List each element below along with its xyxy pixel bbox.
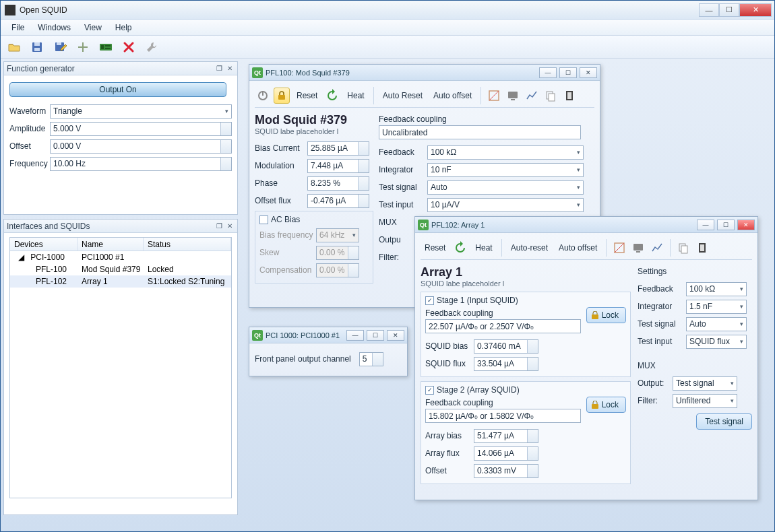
- s1-bias-spin[interactable]: 0.37460 mA: [474, 339, 538, 354]
- reset-button[interactable]: Reset: [292, 88, 321, 103]
- s2-aflux-spin[interactable]: 14.066 µA: [474, 446, 538, 461]
- s1-flux-spin[interactable]: 33.504 µA: [474, 357, 538, 371]
- heat-button[interactable]: Heat: [471, 240, 496, 255]
- pci-channel-label: Front panel output channel: [255, 354, 351, 364]
- output-on-button[interactable]: Output On: [9, 82, 226, 97]
- amplitude-spin[interactable]: 5.000 V: [50, 122, 232, 136]
- maximize-button[interactable]: ☐: [719, 3, 739, 17]
- mux-label: MUX: [379, 218, 403, 227]
- test-signal-button[interactable]: Test signal: [696, 413, 752, 430]
- tree-row[interactable]: PFL-102Array 1S1:Locked S2:Tuning: [10, 275, 231, 288]
- mdi-close-button[interactable]: ✕: [737, 220, 755, 230]
- mdi-titlebar[interactable]: Qt PFL100: Mod Squid #379 — ☐ ✕: [249, 65, 600, 81]
- svg-rect-26: [592, 314, 598, 319]
- set-testin-combo[interactable]: SQUID flux: [686, 335, 747, 349]
- dock-restore-icon[interactable]: ❐: [214, 222, 224, 231]
- waveform-combo[interactable]: Triangle: [50, 104, 232, 119]
- mdi-minimize-button[interactable]: —: [539, 67, 557, 78]
- s1-lock-button[interactable]: Lock: [586, 307, 626, 323]
- wrench-icon[interactable]: [142, 38, 161, 57]
- close-button[interactable]: ✕: [739, 3, 772, 17]
- mdi-titlebar[interactable]: Qt PCI 1000: PCI1000 #1 — ☐ ✕: [249, 327, 407, 343]
- s2-lock-button[interactable]: Lock: [586, 397, 626, 413]
- monitor-icon[interactable]: [630, 240, 646, 256]
- svg-rect-7: [105, 45, 111, 46]
- mux-filter-combo[interactable]: Unfiltered: [673, 394, 737, 408]
- offset-flux-spin[interactable]: -0.476 µA: [307, 194, 369, 208]
- devices-tree[interactable]: Devices Name Status ◢ PCI-1000PCI1000 #1…: [9, 237, 232, 498]
- integrator-combo[interactable]: 10 nF: [427, 163, 584, 177]
- feedback-combo[interactable]: 100 kΩ: [427, 145, 584, 160]
- menu-windows[interactable]: Windows: [32, 21, 76, 34]
- heat-button[interactable]: Heat: [343, 88, 368, 103]
- autooffset-button[interactable]: Auto offset: [429, 88, 476, 103]
- tree-row[interactable]: PFL-100Mod Squid #379Locked: [10, 263, 231, 275]
- paste-icon[interactable]: [561, 88, 578, 104]
- save-icon[interactable]: [28, 38, 46, 57]
- save-as-icon[interactable]: [51, 38, 69, 57]
- qt-icon: Qt: [252, 67, 263, 78]
- testsig-combo[interactable]: Auto: [427, 180, 584, 195]
- power-icon[interactable]: [255, 88, 271, 104]
- stage2-checkbox[interactable]: ✓: [425, 386, 434, 395]
- mdi-maximize-button[interactable]: ☐: [367, 330, 384, 341]
- mdi-maximize-button[interactable]: ☐: [559, 67, 577, 78]
- chart-icon[interactable]: [524, 88, 540, 104]
- mdi-close-button[interactable]: ✕: [580, 67, 597, 78]
- pfl100-toolbar: Reset Heat Auto Reset Auto offset: [255, 84, 594, 108]
- autoreset-button[interactable]: Auto Reset: [379, 88, 427, 103]
- open-icon[interactable]: [5, 38, 24, 57]
- set-integrator-combo[interactable]: 1.5 nF: [686, 300, 747, 314]
- chart-icon[interactable]: [649, 240, 665, 256]
- reset-button[interactable]: Reset: [421, 240, 450, 255]
- s2-fc-field[interactable]: 15.802 µA/Φ₀ or 1.5802 V/Φ₀: [425, 409, 581, 423]
- modulation-spin[interactable]: 7.448 µA: [307, 159, 369, 173]
- menu-view[interactable]: View: [79, 21, 107, 34]
- board-icon[interactable]: [96, 38, 115, 57]
- mdi-minimize-button[interactable]: —: [346, 330, 364, 341]
- frequency-spin[interactable]: 10.00 Hz: [50, 157, 232, 171]
- copy-icon[interactable]: [542, 88, 559, 104]
- lock-icon[interactable]: [274, 88, 290, 104]
- pci-channel-spin[interactable]: 5: [359, 352, 383, 366]
- dock-close-icon[interactable]: ✕: [225, 64, 235, 73]
- paste-icon[interactable]: [694, 240, 710, 256]
- mux-output-combo[interactable]: Test signal: [673, 376, 737, 391]
- s2-offset-spin[interactable]: 0.3303 mV: [474, 464, 538, 478]
- tool-icon-1[interactable]: [486, 88, 502, 104]
- set-testsig-combo[interactable]: Auto: [686, 317, 747, 331]
- dock-close-icon[interactable]: ✕: [225, 222, 235, 231]
- copy-icon[interactable]: [675, 240, 691, 256]
- mdi-minimize-button[interactable]: —: [697, 220, 714, 230]
- bias-current-spin[interactable]: 25.885 µA: [307, 141, 369, 156]
- ac-bias-group: AC Bias Bias frequency64 kHz Skew0.00 % …: [255, 211, 373, 284]
- add-icon[interactable]: [73, 38, 92, 57]
- ac-bias-checkbox[interactable]: [259, 215, 268, 224]
- mdi-close-button[interactable]: ✕: [387, 330, 404, 341]
- mux-title: MUX: [638, 361, 752, 370]
- menu-help[interactable]: Help: [110, 21, 137, 34]
- tool-icon-1[interactable]: [611, 240, 627, 256]
- phase-spin[interactable]: 8.235 %: [307, 176, 369, 191]
- main-toolbar: [1, 36, 774, 59]
- mdi-maximize-button[interactable]: ☐: [717, 220, 735, 230]
- mdi-titlebar[interactable]: Qt PFL102: Array 1 — ☐ ✕: [415, 217, 757, 233]
- minimize-button[interactable]: —: [699, 3, 719, 17]
- dock-restore-icon[interactable]: ❐: [214, 64, 224, 73]
- stage1-checkbox[interactable]: ✓: [425, 296, 434, 305]
- set-feedback-combo[interactable]: 100 kΩ: [686, 282, 747, 296]
- offset-spin[interactable]: 0.000 V: [50, 139, 232, 154]
- feedback-coupling-field[interactable]: Uncalibrated: [379, 125, 581, 139]
- tree-row[interactable]: ◢ PCI-1000PCI1000 #1: [10, 251, 231, 263]
- s2-offset-label: Offset: [425, 466, 471, 475]
- autoreset-button[interactable]: Auto-reset: [507, 240, 552, 255]
- testin-combo[interactable]: 10 µA/V: [427, 198, 584, 212]
- s2-abias-spin[interactable]: 51.477 µA: [474, 429, 538, 443]
- monitor-icon[interactable]: [505, 88, 521, 104]
- menu-file[interactable]: File: [6, 21, 30, 34]
- delete-icon[interactable]: [119, 38, 138, 57]
- autooffset-button[interactable]: Auto offset: [555, 240, 601, 255]
- s1-fc-field[interactable]: 22.507 µA/Φ₀ or 2.2507 V/Φ₀: [425, 319, 581, 333]
- refresh-icon[interactable]: [452, 240, 468, 256]
- refresh-icon[interactable]: [324, 88, 340, 104]
